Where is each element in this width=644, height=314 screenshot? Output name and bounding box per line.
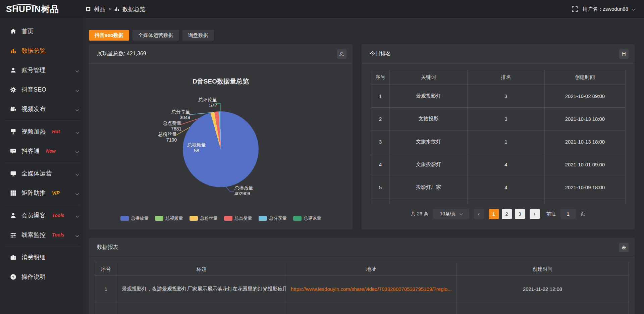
sidebar-item-heat[interactable]: 视频加热Hot: [0, 122, 86, 141]
next-page-button[interactable]: ›: [530, 209, 540, 219]
legend-swatch: [224, 216, 232, 221]
sidebar-item-monitor[interactable]: 全媒体运营: [0, 164, 86, 183]
sidebar-item-label: 视频加热: [21, 127, 46, 136]
legend-swatch: [293, 216, 302, 221]
table-cell: 投影灯厂家: [390, 176, 468, 199]
day-badge-button[interactable]: 日: [619, 49, 629, 59]
page-size-value: 10条/页: [440, 211, 455, 217]
table-badge-button[interactable]: 表: [619, 243, 629, 252]
table-cell: [371, 199, 390, 204]
legend-item[interactable]: 总分享量: [259, 215, 287, 221]
page-button-1[interactable]: 1: [489, 209, 499, 219]
user-dropdown-chevron-icon[interactable]: [632, 7, 635, 10]
report-url-cell: https://www.iesdouyin.com/share/video/70…: [286, 276, 457, 302]
tab-button-2[interactable]: 询盘数据: [182, 30, 214, 41]
sidebar-divider: [5, 246, 80, 246]
sidebar-item-chart[interactable]: 数据总览: [0, 41, 86, 60]
gear-icon: [10, 87, 16, 93]
sidebar-item-label: 会员爆客: [21, 211, 46, 219]
sidebar-item-gear[interactable]: 抖音SEO: [0, 80, 86, 99]
pie-chart-stage: D音SEO数据量总览 总播放量402909总视频量58总粉丝量7100总点赞量7…: [89, 44, 353, 229]
table-cell: [457, 302, 629, 314]
app-logo: SHUPIN树品: [0, 3, 86, 15]
top-bar: SHUPIN树品 树品 > 数据总览 用户名：zswodun88: [0, 0, 644, 18]
pie-data-label: 总分享量3049: [161, 109, 190, 120]
sidebar-item-badge: Hot: [52, 129, 60, 134]
legend-item[interactable]: 总播放量: [120, 215, 149, 221]
sidebar-item-user[interactable]: 账号管理: [0, 60, 86, 80]
legend-item[interactable]: 总评论量: [293, 215, 321, 221]
sidebar-item-question[interactable]: ?操作说明: [0, 267, 86, 286]
sidebar-item-home[interactable]: 首页: [0, 21, 86, 41]
sidebar-item-grid[interactable]: 矩阵助推VIP: [0, 183, 86, 203]
legend-item[interactable]: 总视频量: [155, 215, 183, 221]
sidebar-divider: [5, 162, 80, 162]
legend-label: 总分享量: [269, 215, 287, 221]
member-icon: [10, 212, 16, 219]
report-column-header: 序号: [95, 263, 117, 276]
legend-label: 总视频量: [166, 215, 183, 221]
username-label[interactable]: 用户名：zswodun88: [583, 6, 628, 12]
report-table: 序号标题地址创建时间 1景观投影灯，夜游景观投影灯厂家展示展示落花灯在花园里的灯…: [95, 263, 629, 314]
sidebar-item-chat[interactable]: 抖客通New: [0, 141, 86, 161]
table-cell: 4: [468, 153, 545, 176]
user-icon: [10, 67, 16, 73]
wallet-icon: [10, 254, 16, 261]
table-cell: 2021-10-01 09:00: [545, 153, 626, 176]
user-area: 用户名：zswodun88: [572, 6, 644, 12]
goto-page-input[interactable]: [560, 209, 576, 219]
sidebar-divider: [5, 120, 80, 120]
tab-button-1[interactable]: 全媒体运营数据: [132, 30, 179, 41]
pie-data-label: 总视频量58: [182, 142, 211, 154]
table-cell: [545, 199, 626, 204]
chevron-down-icon: [76, 231, 78, 239]
table-row-partial: [95, 302, 629, 314]
total-badge-button[interactable]: 总: [337, 49, 346, 59]
report-title-cell: 景观投影灯，夜游景观投影灯厂家展示展示落花灯在花园里的灯光投影应用效果 #: [117, 276, 286, 302]
sidebar-item-label: 首页: [21, 27, 34, 35]
page-button-2[interactable]: 2: [502, 209, 512, 219]
page-size-select[interactable]: 10条/页: [433, 209, 469, 219]
table-row-partial: [371, 199, 626, 204]
pagination-total: 共 23 条: [411, 211, 428, 217]
sidebar-item-sliders[interactable]: 线索监控Tools: [0, 225, 86, 245]
table-cell: 2021-10-13 18:00: [545, 108, 626, 130]
legend-item[interactable]: 总点赞量: [224, 215, 252, 221]
prev-arrow-icon: ‹: [478, 211, 480, 217]
tab-button-0[interactable]: 抖音seo数据: [89, 30, 129, 41]
table-row: 1景观投影灯，夜游景观投影灯厂家展示展示落花灯在花园里的灯光投影应用效果 #ht…: [95, 276, 629, 302]
ranking-column-header: 创建时间: [545, 70, 626, 85]
prev-page-button[interactable]: ‹: [474, 209, 484, 219]
chevron-down-icon: [76, 212, 78, 219]
chat-icon: [10, 148, 16, 154]
sidebar-item-label: 操作说明: [21, 273, 46, 281]
ranking-panel-header: 今日排名 日: [362, 44, 635, 64]
chevron-down-icon: [76, 106, 78, 113]
legend-swatch: [120, 216, 129, 221]
ranking-panel-title: 今日排名: [370, 50, 391, 57]
sidebar-item-label: 数据总览: [21, 47, 46, 55]
select-chevron-down-icon: [460, 212, 463, 215]
report-time-cell: 2021-11-22 12:08: [457, 276, 629, 302]
ranking-column-header: 序号: [371, 70, 390, 85]
table-cell: 1: [468, 130, 545, 153]
fullscreen-icon[interactable]: [572, 6, 579, 12]
table-row: 2文旅投影32021-10-13 18:00: [371, 108, 626, 130]
sidebar-item-video[interactable]: 视频发布: [0, 99, 86, 119]
goto-suffix-label: 页: [581, 211, 585, 217]
ranking-table: 序号关键词排名创建时间 1景观投影灯32021-10-02 09:002文旅投影…: [371, 70, 626, 204]
chart-legend: 总播放量总视频量总粉丝量总点赞量总分享量总评论量: [89, 215, 353, 221]
table-cell: 5: [371, 176, 390, 199]
sidebar-item-wallet[interactable]: 消费明细: [0, 248, 86, 267]
ranking-column-header: 关键词: [390, 70, 468, 85]
video-link[interactable]: https://www.iesdouyin.com/share/video/70…: [291, 286, 452, 292]
page-button-3[interactable]: 3: [515, 209, 525, 219]
legend-item[interactable]: 总粉丝量: [190, 215, 218, 221]
breadcrumb: 树品 > 数据总览: [86, 5, 145, 13]
sidebar-item-member[interactable]: 会员爆客Tools: [0, 206, 86, 225]
overview-panel: D音SEO数据量总览 总播放量402909总视频量58总粉丝量7100总点赞量7…: [89, 44, 353, 229]
chevron-down-icon: [76, 128, 78, 135]
breadcrumb-root[interactable]: 树品: [94, 5, 105, 13]
table-cell: 4: [468, 176, 545, 199]
chevron-down-icon: [76, 190, 78, 197]
